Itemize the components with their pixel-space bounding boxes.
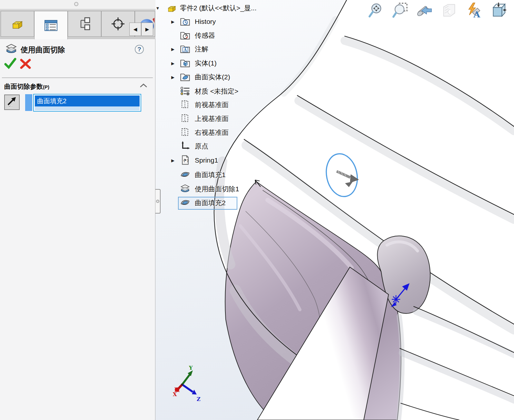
section-label: 曲面切除参数(P) <box>4 82 49 91</box>
tree-item-label[interactable]: 材质 <未指定> <box>195 87 238 96</box>
surface-selection-row: 曲面填充2 <box>0 94 155 113</box>
configurationmanager-tab[interactable] <box>68 11 101 37</box>
svg-text:A: A <box>473 9 480 18</box>
zoom-to-fit-button[interactable] <box>368 2 384 19</box>
tree-item-label[interactable]: Spring1 <box>195 156 218 164</box>
surface-bodies-folder-icon <box>180 72 191 83</box>
zoom-to-area-button[interactable] <box>392 2 408 19</box>
expand-arrow-icon[interactable]: ▶ <box>171 75 175 80</box>
dynamic-annotation-views-button[interactable]: A <box>466 2 482 19</box>
tree-item-label[interactable]: 注解 <box>195 45 208 54</box>
tree-item-label[interactable]: 曲面填充1 <box>195 170 226 179</box>
tree-item-label[interactable]: 曲面填充2 <box>195 198 226 207</box>
flip-direction-button[interactable] <box>4 95 20 110</box>
section-view-button[interactable] <box>441 2 457 19</box>
separator <box>2 77 153 78</box>
svg-text:}: } <box>187 158 189 163</box>
listbox-empty-row[interactable] <box>35 106 140 110</box>
tree-item-label[interactable]: 使用曲面切除1 <box>195 185 239 194</box>
selection-color-strip <box>25 94 32 111</box>
confirm-check-icon[interactable] <box>4 57 17 71</box>
previous-view-button[interactable] <box>417 2 433 19</box>
surface-selection-listbox[interactable]: 曲面填充2 <box>33 94 141 112</box>
surface-fill-icon <box>180 197 191 208</box>
origin-icon <box>180 141 191 152</box>
panel-top-strip <box>0 0 155 9</box>
expand-arrow-icon[interactable]: ▶ <box>171 47 175 52</box>
tree-item-label[interactable]: 原点 <box>195 142 208 151</box>
tree-item-label[interactable]: 传感器 <box>195 31 215 40</box>
solid-bodies-folder-icon <box>180 58 191 69</box>
tree-item-label[interactable]: 前视基准面 <box>195 100 229 109</box>
part-icon <box>166 3 177 14</box>
collapse-arrow-icon[interactable]: ▼ <box>155 6 160 11</box>
splitter-dot-icon <box>156 200 159 203</box>
propertymanager-title: 使用曲面切除 <box>21 45 65 55</box>
selected-surface-item[interactable]: 曲面填充2 <box>35 95 140 106</box>
cut-parameters-section-header[interactable]: 曲面切除参数(P) <box>0 81 155 92</box>
tree-item-label[interactable]: 实体(1) <box>195 59 217 68</box>
svg-text:A: A <box>183 47 187 52</box>
tree-item-label[interactable]: 右视基准面 <box>195 128 229 137</box>
tree-root-label[interactable]: 零件2 (默认<<默认>_显... <box>180 4 256 13</box>
featuremanager-tab[interactable] <box>1 11 34 37</box>
triad-y-label: Y <box>189 365 193 371</box>
heads-up-view-toolbar: A <box>368 1 513 20</box>
tab-scroll-arrows: ◀ ▶ <box>129 23 153 36</box>
tab-scroll-right-button[interactable]: ▶ <box>141 23 153 36</box>
tree-item-label[interactable]: 曲面实体(2) <box>195 73 230 82</box>
history-folder-icon <box>180 16 191 27</box>
panel-handle-dot[interactable] <box>74 2 78 6</box>
tab-scroll-left-button[interactable]: ◀ <box>129 23 141 36</box>
triad-x-label: X <box>173 391 177 397</box>
cut-with-surface-icon <box>180 184 191 195</box>
expand-arrow-icon[interactable]: ▶ <box>171 61 175 66</box>
cancel-x-icon[interactable] <box>19 58 32 71</box>
material-icon <box>180 86 191 97</box>
tree-item-label[interactable]: 上视基准面 <box>195 114 229 123</box>
help-icon[interactable]: ? <box>135 45 144 54</box>
panel-splitter-handle[interactable] <box>155 189 161 214</box>
sensors-folder-icon <box>180 30 191 41</box>
view-orientation-button[interactable] <box>490 2 506 19</box>
collapse-chevron-icon[interactable] <box>139 83 148 90</box>
expand-arrow-icon[interactable]: ▶ <box>171 19 175 24</box>
cut-with-surface-icon <box>5 43 17 56</box>
spring-feature-icon: {} <box>180 155 191 166</box>
plane-icon <box>180 99 191 110</box>
tree-item-label[interactable]: History <box>195 18 216 25</box>
annotations-folder-icon: A <box>180 44 191 55</box>
plane-icon <box>180 127 191 138</box>
surface-fill-icon <box>180 169 191 180</box>
triad-z-label: Z <box>197 396 201 402</box>
propertymanager-panel: ◀ ▶ 使用曲面切除 ? 曲面切除参数(P) <box>0 0 155 420</box>
propertymanager-body: 使用曲面切除 ? 曲面切除参数(P) <box>0 39 155 420</box>
expand-arrow-icon[interactable]: ▶ <box>171 158 175 163</box>
plane-icon <box>180 113 191 124</box>
propertymanager-tab[interactable] <box>34 11 68 39</box>
